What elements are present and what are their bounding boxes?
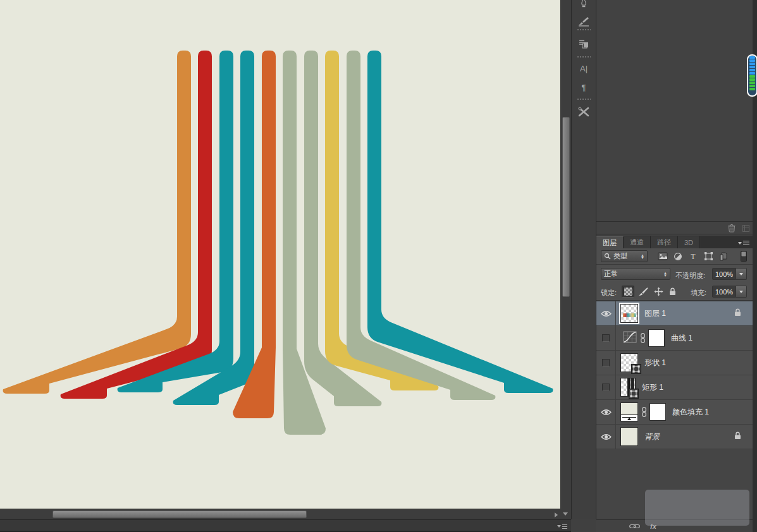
fill-dropdown-button[interactable]	[736, 286, 747, 298]
search-icon	[604, 253, 611, 260]
opacity-value-box[interactable]: 100%	[712, 268, 736, 280]
filter-shape-layers-icon[interactable]	[702, 251, 715, 262]
panel-group-grip[interactable]	[577, 98, 591, 100]
vertical-scrollbar-thumb[interactable]	[562, 117, 570, 297]
padlock-icon	[734, 432, 741, 440]
capsule-segment	[749, 82, 755, 84]
lock-image-pixels-button[interactable]	[637, 286, 649, 298]
capsule-segment	[749, 66, 755, 68]
triangle-icon	[557, 525, 561, 528]
menu-lines-icon	[743, 241, 749, 245]
padlock-icon	[734, 308, 741, 317]
layer-comps-icon[interactable]	[574, 35, 594, 52]
triangle-icon	[739, 291, 743, 293]
layer-thumbnail[interactable]	[620, 304, 638, 323]
layer-thumbnail[interactable]	[620, 378, 636, 397]
visibility-toggle[interactable]	[596, 301, 616, 325]
new-item-icon[interactable]	[742, 224, 750, 235]
visibility-toggle[interactable]	[596, 351, 616, 375]
tab-paths[interactable]: 路径	[651, 236, 678, 248]
paragraph-panel-icon[interactable]: ¶	[574, 78, 594, 96]
document-canvas[interactable]	[0, 0, 560, 509]
layer-name[interactable]: 曲线 1	[671, 333, 692, 344]
delete-trash-icon[interactable]	[727, 224, 736, 235]
lock-transparent-pixels-button[interactable]	[622, 286, 634, 298]
horizontal-scrollbar[interactable]	[0, 509, 560, 519]
blend-mode-dropdown[interactable]: 正常 ▲▼	[601, 268, 670, 280]
visibility-empty-box	[602, 359, 610, 366]
edge-indicator-capsule	[747, 54, 757, 97]
lock-position-button[interactable]	[652, 286, 665, 298]
filter-switch-icon[interactable]	[740, 251, 748, 262]
filter-type-layers-icon[interactable]: T	[687, 251, 699, 262]
fill-value-box[interactable]: 100%	[712, 286, 736, 298]
tab-channels-label: 通道	[630, 238, 644, 247]
layer-name[interactable]: 颜色填充 1	[672, 407, 709, 418]
layer-row[interactable]: 图层 1	[596, 301, 753, 326]
panel-group-grip[interactable]	[577, 56, 591, 58]
scrollbar-corner[interactable]	[560, 509, 571, 519]
tab-channels[interactable]: 通道	[624, 236, 651, 248]
tab-layers[interactable]: 图层	[596, 236, 624, 248]
visibility-toggle[interactable]	[596, 326, 616, 350]
art-stripe	[3, 51, 191, 394]
layer-name[interactable]: 形状 1	[644, 358, 666, 368]
filter-type-dropdown[interactable]: 类型 ▲▼	[601, 250, 648, 262]
eye-icon	[601, 310, 612, 317]
mask-link-icon[interactable]	[641, 407, 647, 417]
padlock-icon	[669, 287, 676, 296]
scroll-down-arrow-icon[interactable]	[563, 512, 568, 516]
capsule-segment	[749, 72, 755, 75]
visibility-toggle[interactable]	[596, 400, 616, 424]
tab-layers-label: 图层	[603, 238, 617, 248]
capsule-segment	[749, 88, 755, 90]
visibility-empty-box	[602, 384, 610, 391]
updown-arrows-icon: ▲▼	[641, 254, 644, 259]
eye-icon	[601, 409, 612, 416]
brush-icon	[638, 287, 648, 296]
panel-group-grip[interactable]	[577, 28, 591, 31]
panel-menu-icon[interactable]	[738, 241, 749, 245]
layer-row[interactable]: 形状 1	[596, 351, 753, 375]
timeline-menu-icon[interactable]	[557, 524, 567, 529]
capsule-segment	[749, 75, 755, 78]
curves-adjustment-icon	[623, 331, 637, 343]
mask-link-icon[interactable]	[640, 333, 646, 343]
collapsed-panels-strip: A|¶	[571, 0, 596, 519]
layer-thumbnail[interactable]	[620, 427, 638, 446]
horizontal-scrollbar-thumb[interactable]	[52, 511, 307, 518]
filter-smart-objects-icon[interactable]	[717, 251, 730, 262]
layer-thumbnail[interactable]	[620, 353, 638, 372]
filter-adjustment-layers-icon[interactable]	[672, 251, 684, 262]
layer-row[interactable]: 曲线 1	[596, 326, 753, 351]
scroll-right-arrow-icon[interactable]	[555, 512, 558, 517]
fill-slider-icon	[621, 414, 637, 421]
tab-3d[interactable]: 3D	[678, 236, 700, 248]
opacity-dropdown-button[interactable]	[736, 268, 747, 280]
tool-presets-icon[interactable]	[574, 103, 594, 121]
layer-thumbnail[interactable]	[620, 402, 638, 421]
visibility-toggle[interactable]	[596, 375, 616, 399]
layer-name[interactable]: 图层 1	[644, 308, 666, 319]
layer-row[interactable]: 矩形 1	[596, 375, 753, 400]
layer-name[interactable]: 背景	[644, 432, 660, 442]
shape-layer-badge-icon	[631, 364, 641, 374]
layer-row[interactable]: 颜色填充 1	[596, 400, 753, 425]
lock-all-button[interactable]	[666, 286, 679, 298]
menu-lines-icon	[562, 524, 567, 529]
visibility-toggle[interactable]	[596, 425, 616, 449]
filter-type-label: 类型	[613, 251, 627, 261]
brush-presets-icon[interactable]	[574, 0, 594, 14]
capsule-segment	[749, 78, 755, 81]
clone-source-icon[interactable]	[574, 13, 594, 30]
layer-filter-row: 类型 ▲▼ T	[596, 248, 753, 265]
layer-row[interactable]: 背景	[596, 425, 753, 449]
vertical-scrollbar[interactable]	[560, 0, 571, 509]
character-panel-icon[interactable]: A|	[574, 59, 594, 77]
filter-pixel-layers-icon[interactable]	[656, 251, 669, 262]
layer-mask-thumbnail[interactable]	[649, 403, 666, 421]
layer-name[interactable]: 矩形 1	[642, 382, 663, 393]
link-layers-icon[interactable]	[629, 523, 640, 529]
layer-thumbnail[interactable]	[623, 331, 637, 346]
layer-mask-thumbnail[interactable]	[648, 329, 665, 347]
